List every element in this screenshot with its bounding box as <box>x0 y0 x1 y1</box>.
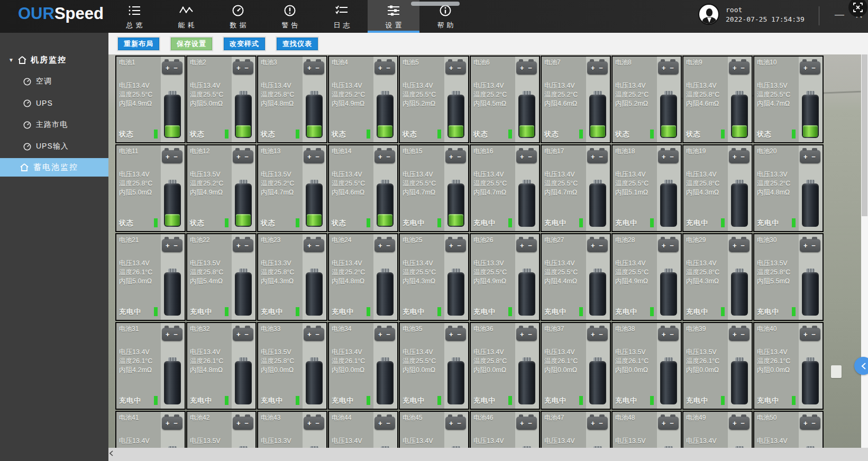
tree-expand-caret-icon[interactable]: ▼ <box>8 57 14 63</box>
vertical-scrollbar[interactable] <box>861 54 868 461</box>
battery-card[interactable]: 电池42 + − 电压13.5V <box>186 411 257 448</box>
battery-terminals-icon[interactable]: + − <box>658 328 679 341</box>
battery-terminals-icon[interactable]: + − <box>800 150 820 163</box>
battery-card[interactable]: 电池49 + − 电压13.4V <box>682 411 753 448</box>
battery-card[interactable]: 电池3 + − 电压13.4V 温度25.8°C 内阻4.8mΩ 状态 <box>257 56 327 143</box>
battery-terminals-icon[interactable]: + − <box>445 328 466 341</box>
battery-card[interactable]: 电池47 + − 电压13.4V <box>541 411 611 448</box>
battery-terminals-icon[interactable]: + − <box>304 239 324 252</box>
battery-card[interactable]: 电池36 + − 电压13.4V 温度25.8°C 内阻0.0mΩ 充电中 <box>470 322 540 410</box>
battery-card[interactable]: 电池28 + − 电压13.4V 温度25.5°C 内阻4.9mΩ 充电中 <box>611 233 682 321</box>
battery-card[interactable]: 电池5 + − 电压13.4V 温度25.5°C 内阻5.2mΩ 状态 <box>399 56 469 143</box>
battery-card[interactable]: 电池4 + − 电压13.4V 温度25.2°C 内阻4.9mΩ 状态 <box>328 56 398 143</box>
battery-terminals-icon[interactable]: + − <box>516 61 537 75</box>
battery-card[interactable]: 电池24 + − 电压13.4V 温度25.2°C 内阻4.8mΩ 充电中 <box>328 233 398 321</box>
battery-card[interactable]: 电池9 + − 电压13.4V 温度25.8°C 内阻4.6mΩ 状态 <box>682 56 753 143</box>
battery-card[interactable]: 电池26 + − 电压13.3V 温度25.5°C 内阻4.9mΩ 充电中 <box>470 233 540 321</box>
battery-terminals-icon[interactable]: + − <box>233 150 253 163</box>
battery-terminals-icon[interactable]: + − <box>374 150 395 163</box>
battery-terminals-icon[interactable]: + − <box>800 61 820 75</box>
vertical-scrollbar-thumb[interactable] <box>862 54 867 216</box>
battery-card[interactable]: 电池44 + − 电压13.4V <box>328 411 398 448</box>
battery-terminals-icon[interactable]: + − <box>162 328 182 341</box>
battery-card[interactable]: 电池11 + − 电压13.4V 温度25.8°C 内阻5.0mΩ 状态 <box>115 144 186 232</box>
battery-card[interactable]: 电池16 + − 电压13.4V 温度25.5°C 内阻4.7mΩ 充电中 <box>470 144 540 232</box>
battery-terminals-icon[interactable]: + − <box>445 150 466 163</box>
battery-terminals-icon[interactable]: + − <box>516 417 537 430</box>
battery-terminals-icon[interactable]: + − <box>374 239 395 252</box>
battery-card[interactable]: 电池10 + − 电压13.5V 温度25.5°C 内阻4.7mΩ 状态 <box>753 56 824 143</box>
battery-terminals-icon[interactable]: + − <box>729 417 750 430</box>
battery-terminals-icon[interactable]: + − <box>304 328 324 341</box>
battery-terminals-icon[interactable]: + − <box>587 328 608 341</box>
tab-energy[interactable]: 能耗 <box>160 0 212 33</box>
battery-terminals-icon[interactable]: + − <box>304 150 324 163</box>
horizontal-scrollbar[interactable] <box>108 448 868 461</box>
find-meter-button[interactable]: 查找仪表 <box>277 38 318 50</box>
sidebar-item-ups[interactable]: UPS <box>0 96 108 110</box>
battery-card[interactable]: 电池37 + − 电压13.4V 温度26.1°C 内阻0.0mΩ 充电中 <box>541 322 611 410</box>
battery-card[interactable]: 电池39 + − 电压13.5V 温度26.1°C 内阻0.0mΩ 充电中 <box>682 322 753 410</box>
battery-terminals-icon[interactable]: + − <box>445 239 466 252</box>
battery-terminals-icon[interactable]: + − <box>162 239 182 252</box>
battery-terminals-icon[interactable]: + − <box>445 417 466 430</box>
sidebar-item-ups-input[interactable]: UPS输入 <box>0 139 108 154</box>
battery-card[interactable]: 电池50 + − 电压13.4V <box>753 411 824 448</box>
battery-terminals-icon[interactable]: + − <box>374 61 395 75</box>
collapse-panel-button[interactable] <box>854 357 868 375</box>
battery-card[interactable]: 电池46 + − 电压13.4V <box>470 411 540 448</box>
battery-card[interactable]: 电池2 + − 电压13.4V 温度25.5°C 内阻5.0mΩ 状态 <box>186 56 257 143</box>
battery-card[interactable]: 电池30 + − 电压13.5V 温度25.8°C 内阻5.5mΩ 充电中 <box>753 233 824 321</box>
battery-terminals-icon[interactable]: + − <box>800 328 820 341</box>
battery-card[interactable]: 电池21 + − 电压13.4V 温度26.1°C 内阻5.0mΩ 充电中 <box>115 233 186 321</box>
sidebar-item-battery-monitor[interactable]: 蓄电池监控 <box>0 158 108 177</box>
battery-terminals-icon[interactable]: + − <box>658 417 679 430</box>
battery-terminals-icon[interactable]: + − <box>658 239 679 252</box>
battery-terminals-icon[interactable]: + − <box>800 417 820 430</box>
battery-card[interactable]: 电池27 + − 电压13.4V 温度25.5°C 内阻4.4mΩ 充电中 <box>541 233 611 321</box>
battery-card[interactable]: 电池13 + − 电压13.5V 温度25.2°C 内阻4.7mΩ 状态 <box>257 144 327 232</box>
battery-card[interactable]: 电池38 + − 电压13.5V 温度26.1°C 内阻0.0mΩ 充电中 <box>611 322 682 410</box>
tab-overview[interactable]: 总览 <box>108 0 160 33</box>
battery-card[interactable]: 电池48 + − 电压13.5V <box>611 411 682 448</box>
battery-terminals-icon[interactable]: + − <box>233 239 253 252</box>
battery-terminals-icon[interactable]: + − <box>233 61 253 75</box>
battery-card[interactable]: 电池40 + − 电压13.4V 温度26.1°C 内阻0.0mΩ 充电中 <box>753 322 824 410</box>
battery-card[interactable]: 电池7 + − 电压13.4V 温度25.2°C 内阻4.6mΩ 状态 <box>541 56 611 143</box>
battery-terminals-icon[interactable]: + − <box>162 61 182 75</box>
battery-card[interactable]: 电池41 + − 电压13.4V <box>115 411 186 448</box>
battery-card[interactable]: 电池33 + − 电压13.5V 温度25.8°C 内阻0.0mΩ 充电中 <box>257 322 327 410</box>
battery-card[interactable]: 电池29 + − 电压13.4V 温度25.8°C 内阻4.3mΩ 充电中 <box>682 233 753 321</box>
battery-card[interactable]: 电池14 + − 电压13.4V 温度25.5°C 内阻4.6mΩ 状态 <box>328 144 398 232</box>
battery-terminals-icon[interactable]: + − <box>374 328 395 341</box>
battery-card[interactable]: 电池34 + − 电压13.4V 温度26.1°C 内阻0.0mΩ 充电中 <box>328 322 398 410</box>
battery-terminals-icon[interactable]: + − <box>304 61 324 75</box>
tab-data[interactable]: 数据 <box>212 0 264 33</box>
battery-terminals-icon[interactable]: + − <box>658 150 679 163</box>
battery-card[interactable]: 电池43 + − 电压13.3V <box>257 411 327 448</box>
save-settings-button[interactable]: 保存设置 <box>171 38 212 50</box>
battery-terminals-icon[interactable]: + − <box>800 239 820 252</box>
battery-card[interactable]: 电池15 + − 电压13.4V 温度25.5°C 内阻4.7mΩ 充电中 <box>399 144 469 232</box>
change-style-button[interactable]: 改变样式 <box>224 38 265 50</box>
sidebar-item-aircon[interactable]: 空调 <box>0 74 108 89</box>
battery-terminals-icon[interactable]: + − <box>587 239 608 252</box>
battery-card[interactable]: 电池20 + − 电压13.3V 温度25.2°C 内阻4.8mΩ 充电中 <box>753 144 824 232</box>
tab-logs[interactable]: 日志 <box>316 0 368 33</box>
battery-terminals-icon[interactable]: + − <box>729 61 750 75</box>
battery-terminals-icon[interactable]: + − <box>516 150 537 163</box>
minimize-button[interactable]: — <box>832 7 847 21</box>
battery-card[interactable]: 电池35 + − 电压13.4V 温度25.5°C 内阻0.0mΩ 充电中 <box>399 322 469 410</box>
battery-terminals-icon[interactable]: + − <box>374 417 395 430</box>
battery-card[interactable]: 电池32 + − 电压13.4V 温度26.1°C 内阻4.8mΩ 充电中 <box>186 322 257 410</box>
battery-terminals-icon[interactable]: + − <box>729 328 750 341</box>
battery-card[interactable]: 电池12 + − 电压13.5V 温度25.2°C 内阻4.9mΩ 状态 <box>186 144 257 232</box>
battery-terminals-icon[interactable]: + − <box>729 239 750 252</box>
battery-terminals-icon[interactable]: + − <box>233 328 253 341</box>
battery-terminals-icon[interactable]: + − <box>233 417 253 430</box>
nav-scroll-thumb[interactable] <box>411 2 460 6</box>
battery-terminals-icon[interactable]: + − <box>729 150 750 163</box>
battery-card[interactable]: 电池6 + − 电压13.4V 温度25.2°C 内阻4.5mΩ 状态 <box>470 56 540 143</box>
user-box[interactable]: root 2022-07-25 17:54:39 <box>698 4 805 25</box>
battery-card[interactable]: 电池17 + − 电压13.4V 温度25.5°C 内阻4.7mΩ 充电中 <box>541 144 611 232</box>
